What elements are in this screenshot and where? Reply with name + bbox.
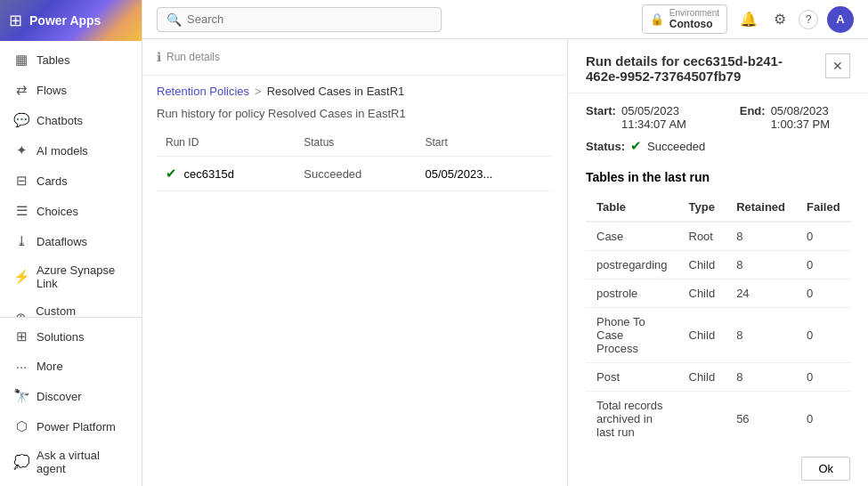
sidebar-header: ⊞ Power Apps — [0, 0, 142, 41]
env-lock-icon: 🔒 — [650, 12, 664, 26]
table-name-cell: Case — [586, 222, 678, 251]
breadcrumb-separator: > — [255, 85, 262, 98]
env-label: Environment — [669, 8, 719, 18]
panel-header: Run details for cec6315d-b241-462e-9952-… — [568, 39, 868, 93]
nav-icon: ⊟ — [13, 173, 29, 189]
nav-bottom-icon: ⊞ — [13, 328, 29, 344]
table-failed-cell: 0 — [796, 251, 851, 279]
nav-bottom-label: Ask a virtual agent — [37, 449, 131, 475]
run-history-table-container: Run ID Status Start ✔ cec6315d Succeeded… — [142, 129, 567, 486]
nav-label: Azure Synapse Link — [37, 263, 131, 290]
search-icon: 🔍 — [166, 12, 182, 27]
nav-icon: ☰ — [13, 203, 29, 219]
nav-icon: ✦ — [13, 142, 29, 158]
sidebar-item-azure-synapse-link[interactable]: ⚡Azure Synapse Link — [0, 256, 142, 297]
main-content: 🔍 🔒 Environment Contoso 🔔 ⚙ ? A ℹ Run de… — [142, 0, 868, 486]
data-col-retained: Retained — [726, 193, 796, 222]
status-cell: Succeeded — [295, 157, 416, 191]
policy-title: Run history for policy Resolved Cases in… — [142, 103, 567, 129]
table-failed-cell: 0 — [796, 308, 851, 363]
nav-icon: ⇄ — [13, 82, 29, 98]
sidebar-bottom-discover[interactable]: 🔭Discover — [0, 381, 142, 411]
settings-icon[interactable]: ⚙ — [770, 7, 790, 31]
table-name-cell: postregarding — [586, 251, 678, 279]
sidebar: ⊞ Power Apps ▦Tables⇄Flows💬Chatbots✦AI m… — [0, 0, 142, 486]
table-failed-cell: 0 — [796, 222, 851, 251]
table-type-cell: Child — [678, 251, 726, 279]
status-row: Status: ✔ Succeeded — [586, 138, 850, 154]
status-value: Succeeded — [647, 140, 705, 153]
table-retained-cell: 8 — [726, 251, 796, 279]
search-input[interactable] — [187, 12, 432, 26]
table-failed-cell: 0 — [796, 363, 851, 392]
sidebar-item-custom-connectors[interactable]: ⊕Custom connectors — [0, 297, 142, 317]
data-table-row: postregarding Child 8 0 — [586, 251, 851, 279]
table-retained-cell: 24 — [726, 279, 796, 308]
col-run-id: Run ID — [157, 129, 295, 157]
sidebar-bottom-power-platform[interactable]: ⬡Power Platform — [0, 411, 142, 441]
tables-section: Tables in the last run TableTypeRetained… — [568, 170, 868, 446]
nav-icon: ▦ — [13, 52, 29, 68]
nav-label: Dataflows — [37, 235, 87, 248]
table-retained-cell: 8 — [726, 363, 796, 392]
close-button[interactable]: ✕ — [825, 53, 850, 78]
table-retained-cell: 8 — [726, 222, 796, 251]
data-table-row: Case Root 8 0 — [586, 222, 851, 251]
nav-bottom-icon: 🔭 — [13, 388, 29, 404]
data-table-row: Post Child 8 0 — [586, 363, 851, 392]
nav-label: Flows — [37, 84, 67, 97]
nav-label: Choices — [37, 205, 78, 218]
table-row[interactable]: ✔ cec6315d Succeeded 05/05/2023... — [157, 157, 553, 191]
nav-icon: ⚡ — [13, 269, 29, 285]
app-icon: ⊞ — [9, 11, 22, 30]
table-name-cell: Total records archived in last run — [586, 392, 678, 447]
table-type-cell: Root — [678, 222, 726, 251]
help-icon[interactable]: ? — [799, 10, 818, 29]
meta-end: End: 05/08/2023 1:00:37 PM — [740, 104, 850, 131]
run-details-label: Run details — [166, 51, 220, 63]
sidebar-item-dataflows[interactable]: ⤓Dataflows — [0, 226, 142, 256]
sidebar-item-cards[interactable]: ⊟Cards — [0, 166, 142, 196]
sidebar-item-ai-models[interactable]: ✦AI models — [0, 135, 142, 166]
table-type-cell — [678, 392, 726, 447]
nav-bottom-label: Solutions — [37, 330, 84, 344]
end-label: End: — [740, 104, 766, 131]
nav-label: Cards — [37, 174, 68, 188]
sidebar-bottom-ask-a-virtual-agent[interactable]: 💭Ask a virtual agent — [0, 441, 142, 482]
search-box[interactable]: 🔍 — [157, 7, 442, 32]
top-header: 🔍 🔒 Environment Contoso 🔔 ⚙ ? A — [142, 0, 868, 39]
meta-row-times: Start: 05/05/2023 11:34:07 AM End: 05/08… — [586, 104, 850, 131]
table-type-cell: Child — [678, 363, 726, 392]
sidebar-item-tables[interactable]: ▦Tables — [0, 45, 142, 75]
env-name: Contoso — [669, 18, 719, 30]
table-name-cell: Phone To Case Process — [586, 308, 678, 363]
sidebar-item-choices[interactable]: ☰Choices — [0, 196, 142, 226]
sidebar-item-flows[interactable]: ⇄Flows — [0, 75, 142, 105]
notifications-icon[interactable]: 🔔 — [736, 7, 761, 31]
start-label: Start: — [586, 104, 616, 131]
col-status: Status — [295, 129, 416, 157]
ok-button[interactable]: Ok — [801, 457, 850, 481]
nav-label: AI models — [37, 144, 88, 158]
start-value: 05/05/2023 11:34:07 AM — [621, 104, 704, 131]
table-failed-cell: 0 — [796, 392, 851, 447]
sidebar-item-chatbots[interactable]: 💬Chatbots — [0, 105, 142, 135]
data-table-row: postrole Child 24 0 — [586, 279, 851, 308]
end-value: 05/08/2023 1:00:37 PM — [771, 104, 850, 131]
nav-bottom-icon: 💭 — [13, 454, 29, 470]
avatar[interactable]: A — [827, 6, 854, 33]
table-name-cell: postrole — [586, 279, 678, 308]
start-cell: 05/05/2023... — [416, 157, 553, 191]
nav-label: Chatbots — [37, 114, 83, 127]
sidebar-bottom-solutions[interactable]: ⊞Solutions — [0, 321, 142, 352]
environment-selector[interactable]: 🔒 Environment Contoso — [642, 4, 727, 34]
run-metadata: Start: 05/05/2023 11:34:07 AM End: 05/08… — [568, 93, 868, 170]
sidebar-bottom: ⊞Solutions···More🔭Discover⬡Power Platfor… — [0, 317, 142, 486]
status-label: Status: — [586, 140, 625, 153]
sidebar-bottom-more[interactable]: ···More — [0, 352, 142, 381]
data-col-failed: Failed — [796, 193, 851, 222]
nav-bottom-label: More — [37, 360, 63, 373]
nav-label: Tables — [37, 53, 70, 67]
breadcrumb-parent[interactable]: Retention Policies — [157, 85, 249, 98]
nav-bottom-icon: ··· — [13, 359, 29, 374]
